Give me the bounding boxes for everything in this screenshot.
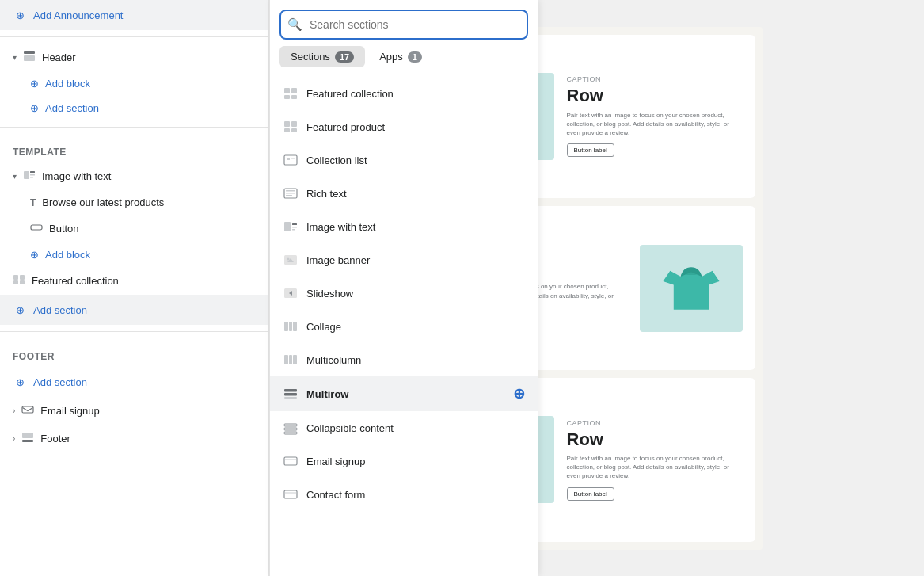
email-signup-item[interactable]: › Email signup <box>0 397 268 425</box>
header-item[interactable]: ▾ Header <box>0 44 268 71</box>
chevron-right-icon-2: › <box>13 434 15 443</box>
svg-rect-12 <box>22 433 33 438</box>
add-block-button-2[interactable]: ⊕ Add block <box>0 242 268 267</box>
list-item-multirow[interactable]: Multirow ⊕ <box>270 376 538 411</box>
search-wrap: 🔍 <box>270 0 538 40</box>
browse-item[interactable]: T Browse our latest products <box>0 190 268 215</box>
chevron-right-icon: › <box>13 406 15 415</box>
svg-rect-13 <box>22 440 33 442</box>
plus-icon-6: ⊕ <box>13 375 27 389</box>
svg-rect-37 <box>289 322 292 331</box>
section-icon <box>283 386 298 402</box>
section-icon <box>283 119 298 135</box>
svg-rect-42 <box>284 389 297 392</box>
footer2-item[interactable]: › Footer <box>0 425 268 452</box>
featured-collection-item[interactable]: Featured collection <box>0 267 268 295</box>
section-icon <box>283 319 298 334</box>
button-item[interactable]: Button <box>0 215 268 242</box>
svg-rect-29 <box>284 222 291 231</box>
list-item[interactable]: Slideshow <box>270 277 538 310</box>
section-icon <box>283 420 298 436</box>
search-input[interactable] <box>279 10 528 40</box>
search-field-wrap: 🔍 <box>279 10 528 40</box>
add-announcement-button[interactable]: ⊕ Add Announcement <box>0 0 268 30</box>
button-icon <box>30 221 43 236</box>
sections-dropdown: 🔍 Sections 17 Apps 1 Featured collection… <box>269 0 538 576</box>
svg-rect-41 <box>293 355 297 364</box>
list-item[interactable]: Image banner <box>270 243 538 277</box>
footer-label: Footer <box>0 338 268 367</box>
list-item[interactable]: Collection list <box>270 143 538 177</box>
divider-3 <box>0 331 268 332</box>
divider <box>0 36 268 37</box>
section-icon <box>283 486 298 502</box>
text-t-icon: T <box>30 197 36 208</box>
svg-rect-21 <box>291 128 297 132</box>
plus-icon-3: ⊕ <box>30 102 39 114</box>
svg-rect-27 <box>286 193 295 194</box>
svg-rect-16 <box>284 95 290 99</box>
list-item[interactable]: Collage <box>270 310 538 343</box>
chevron-down-icon: ▾ <box>13 53 17 62</box>
list-item[interactable]: Email signup <box>270 444 538 478</box>
section-icon <box>283 285 298 301</box>
preview-text-1: CAPTION Row Pair text with an image to f… <box>567 75 743 157</box>
svg-rect-28 <box>286 195 292 196</box>
svg-rect-6 <box>31 225 42 230</box>
svg-rect-49 <box>284 490 297 498</box>
svg-rect-22 <box>284 155 297 165</box>
svg-rect-38 <box>293 322 297 331</box>
list-item[interactable]: Collapsible content <box>270 411 538 444</box>
tab-apps[interactable]: Apps 1 <box>368 46 433 67</box>
svg-rect-1 <box>24 55 35 61</box>
add-block-button-1[interactable]: ⊕ Add block <box>0 71 268 96</box>
svg-rect-4 <box>30 174 35 176</box>
preview-image-2 <box>640 245 743 332</box>
tab-sections[interactable]: Sections 17 <box>279 46 365 67</box>
plus-icon: ⊕ <box>13 8 27 22</box>
section-icon <box>283 86 298 101</box>
list-item[interactable]: Featured product <box>270 110 538 143</box>
section-icon <box>283 352 298 368</box>
svg-rect-2 <box>24 171 29 179</box>
image-with-text-icon <box>23 169 36 184</box>
add-circle-icon[interactable]: ⊕ <box>513 385 525 402</box>
plus-icon-5: ⊕ <box>13 303 27 317</box>
list-item[interactable]: Featured collection <box>270 77 538 110</box>
svg-rect-40 <box>289 355 292 364</box>
featured-collection-icon <box>13 273 25 288</box>
image-with-text-item[interactable]: ▾ Image with text <box>0 162 268 190</box>
svg-rect-36 <box>284 322 288 331</box>
svg-rect-15 <box>291 88 297 93</box>
add-section-button-2[interactable]: ⊕ Add section <box>0 295 268 325</box>
svg-rect-26 <box>286 190 295 192</box>
list-item[interactable]: Rich text <box>270 177 538 210</box>
plus-icon-2: ⊕ <box>30 78 39 90</box>
svg-rect-20 <box>284 128 290 132</box>
svg-rect-48 <box>284 457 297 465</box>
svg-rect-8 <box>20 275 25 280</box>
svg-rect-23 <box>287 158 290 160</box>
add-section-button-1[interactable]: ⊕ Add section <box>0 96 268 120</box>
svg-rect-17 <box>291 95 297 99</box>
svg-rect-30 <box>292 223 297 225</box>
divider-2 <box>0 127 268 128</box>
svg-rect-18 <box>284 121 290 127</box>
svg-rect-46 <box>284 428 297 430</box>
preview-text-3: CAPTION Row Pair text with an image to f… <box>567 419 743 501</box>
svg-rect-0 <box>24 51 35 54</box>
svg-rect-10 <box>20 280 25 284</box>
svg-rect-3 <box>30 171 35 173</box>
svg-rect-11 <box>22 406 33 413</box>
list-item[interactable]: Multicolumn <box>270 343 538 376</box>
header-icon <box>23 50 36 65</box>
svg-rect-39 <box>284 355 288 364</box>
footer2-icon <box>21 431 34 446</box>
list-item[interactable]: Contact form <box>270 478 538 511</box>
svg-rect-47 <box>284 432 297 434</box>
section-icon <box>283 252 298 268</box>
section-icon <box>283 185 298 201</box>
add-section-button-3[interactable]: ⊕ Add section <box>0 367 268 397</box>
svg-rect-19 <box>291 121 297 127</box>
list-item[interactable]: Image with text <box>270 210 538 243</box>
